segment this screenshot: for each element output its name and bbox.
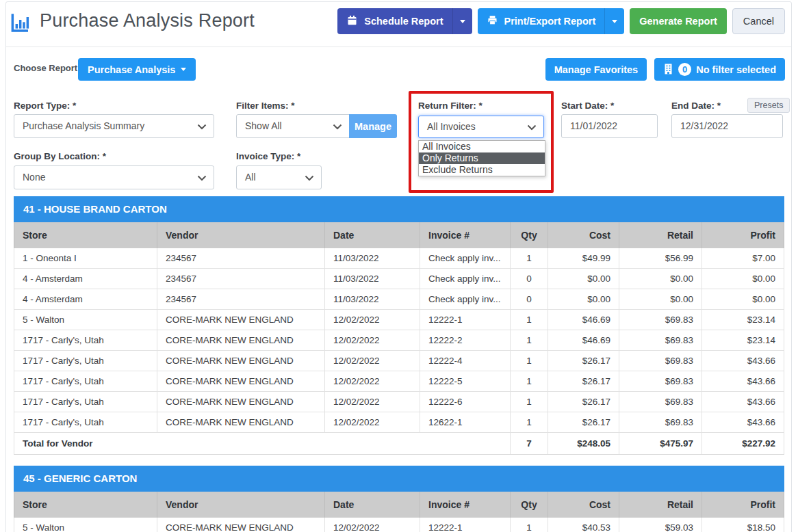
table-cell: Check apply inv... <box>420 289 511 309</box>
table-section: 45 - GENERIC CARTONStoreVendorDateInvoic… <box>14 466 784 532</box>
table-cell: $7.00 <box>702 248 784 268</box>
schedule-report-button[interactable]: Schedule Report <box>337 8 472 34</box>
report-sections: 41 - HOUSE BRAND CARTONStoreVendorDateIn… <box>14 196 784 532</box>
invoice-type-select[interactable]: All <box>236 165 322 189</box>
table-row: 1 - Oneonta I23456711/03/2022Check apply… <box>14 248 784 269</box>
table-cell: 1 - Oneonta I <box>14 248 157 268</box>
manage-favorites-label: Manage Favorites <box>554 64 639 75</box>
column-header: Vendor <box>157 222 325 248</box>
table-cell: 1717 - Carly's, Utah <box>14 330 157 350</box>
printer-icon <box>487 14 498 28</box>
table-cell: $0.00 <box>548 289 619 309</box>
total-label-cell: Total for Vendor <box>14 433 511 454</box>
return-filter-option[interactable]: Only Returns <box>419 152 545 164</box>
building-icon <box>663 63 673 77</box>
table-cell: $0.00 <box>702 269 784 289</box>
chevron-down-icon <box>181 68 186 71</box>
table-cell: 1 <box>511 310 548 330</box>
table-cell: 12/02/2022 <box>325 371 420 391</box>
filter-items-label: Filter Items: * <box>236 101 295 111</box>
table-cell: CORE-MARK NEW ENGLAND <box>157 371 325 391</box>
report-picker-button[interactable]: Purchase Analysis <box>78 58 196 81</box>
report-type-select[interactable]: Purchase Analysis Summary <box>14 114 214 138</box>
return-filter-option[interactable]: All Invoices <box>419 141 545 152</box>
column-header: Retail <box>619 492 702 518</box>
return-filter-value: All Invoices <box>427 121 476 132</box>
start-date-input[interactable]: 11/01/2022 <box>561 114 658 138</box>
filter-status-button[interactable]: 0 No filter selected <box>654 58 785 81</box>
return-filter-label: Return Filter: * <box>418 101 482 111</box>
end-date-input[interactable]: 12/31/2022 <box>671 114 783 138</box>
table-row: 4 - Amsterdam23456711/03/2022Check apply… <box>14 269 784 289</box>
manage-favorites-button[interactable]: Manage Favorites <box>545 58 647 81</box>
table-cell: 234567 <box>157 289 325 309</box>
group-by-location-select[interactable]: None <box>14 165 214 189</box>
print-export-button[interactable]: Print/Export Report <box>478 8 625 34</box>
calendar-icon <box>346 14 358 28</box>
table-cell: $46.69 <box>548 310 619 330</box>
presets-button[interactable]: Presets <box>747 98 790 113</box>
generate-report-button[interactable]: Generate Report <box>630 8 727 34</box>
table-cell: Check apply inv... <box>420 248 511 268</box>
table-cell: $23.14 <box>702 330 784 350</box>
table-section: 41 - HOUSE BRAND CARTONStoreVendorDateIn… <box>14 196 784 455</box>
table-cell: $69.83 <box>619 310 702 330</box>
table-cell: 1 <box>511 330 548 350</box>
print-export-caret[interactable] <box>604 8 624 34</box>
schedule-report-caret[interactable] <box>452 8 472 34</box>
table-cell: 1 <box>511 518 548 532</box>
table-cell: $26.17 <box>548 371 619 391</box>
table-cell: $26.17 <box>548 412 619 432</box>
return-filter-select[interactable]: All Invoices <box>418 116 544 138</box>
group-by-location-value: None <box>23 172 45 183</box>
table-cell: $69.83 <box>619 351 702 371</box>
cancel-label: Cancel <box>743 16 774 27</box>
table-row: 1717 - Carly's, UtahCORE-MARK NEW ENGLAN… <box>14 371 784 392</box>
table-cell: 12222-5 <box>420 371 511 391</box>
total-value-cell: $475.97 <box>619 433 702 454</box>
table-cell: $56.99 <box>619 248 702 268</box>
table-row: 1717 - Carly's, UtahCORE-MARK NEW ENGLAN… <box>14 351 784 371</box>
bar-chart-icon <box>9 11 31 34</box>
manage-filter-items-label: Manage <box>355 121 391 132</box>
table-cell: $0.00 <box>702 289 784 309</box>
table-cell: 1717 - Carly's, Utah <box>14 371 157 391</box>
table-cell: 12622-1 <box>420 412 511 432</box>
table-cell: $69.83 <box>619 412 702 432</box>
header-actions: Schedule Report Print/Export Report Gene… <box>337 8 785 34</box>
chevron-down-icon <box>197 166 207 189</box>
table-cell: $43.66 <box>702 392 784 412</box>
chevron-down-icon <box>527 116 537 137</box>
invoice-type-label: Invoice Type: * <box>236 151 300 161</box>
table-cell: CORE-MARK NEW ENGLAND <box>157 310 325 330</box>
table-cell: 12222-2 <box>420 330 511 350</box>
column-header: Profit <box>702 222 784 248</box>
filter-items-select[interactable]: Show All <box>236 114 350 138</box>
manage-filter-items-button[interactable]: Manage <box>349 114 397 138</box>
table-cell: 1717 - Carly's, Utah <box>14 392 157 412</box>
table-cell: $18.50 <box>702 518 784 532</box>
column-header: Qty <box>511 492 548 518</box>
report-type-value: Purchase Analysis Summary <box>23 120 144 131</box>
start-date-label: Start Date: * <box>561 101 614 111</box>
table-cell: 5 - Walton <box>14 310 157 330</box>
table-cell: $43.66 <box>702 412 784 432</box>
end-date-value: 12/31/2022 <box>680 120 728 131</box>
table-cell: 12/02/2022 <box>325 412 420 432</box>
table-cell: 1 <box>511 248 548 268</box>
table-cell: 234567 <box>157 248 325 268</box>
table-cell: $69.83 <box>619 392 702 412</box>
return-filter-option[interactable]: Exclude Returns <box>419 164 545 176</box>
header-divider <box>6 46 791 47</box>
group-by-location-label: Group By Location: * <box>14 151 106 161</box>
table-cell: 11/03/2022 <box>325 269 420 289</box>
table-row: 5 - WaltonCORE-MARK NEW ENGLAND12/02/202… <box>14 310 784 330</box>
table-cell: $26.17 <box>548 392 619 412</box>
page-title: Purchase Analysis Report <box>40 10 255 31</box>
choose-report-label: Choose Report <box>14 63 77 73</box>
table-cell: CORE-MARK NEW ENGLAND <box>157 330 325 350</box>
column-header: Date <box>325 492 420 518</box>
cancel-button[interactable]: Cancel <box>732 8 785 34</box>
invoice-type-value: All <box>245 172 256 183</box>
table-cell: 0 <box>511 269 548 289</box>
